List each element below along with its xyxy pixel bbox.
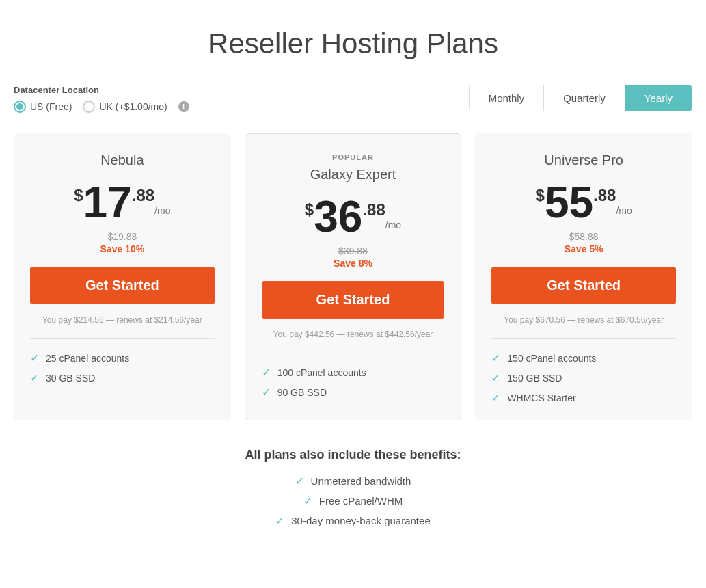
feature-text: 100 cPanel accounts: [277, 367, 366, 378]
benefit-text: Free cPanel/WHM: [319, 495, 403, 507]
check-icon: ✓: [303, 494, 312, 507]
features-list: ✓ 25 cPanel accounts ✓ 30 GB SSD: [30, 351, 215, 384]
original-price: $19.88: [30, 231, 215, 242]
feature-item: ✓ 150 GB SSD: [491, 371, 676, 384]
price-period: /mo: [385, 219, 401, 230]
save-text: Save 5%: [491, 243, 676, 254]
datacenter-section: Datacenter Location US (Free) UK (+$1.00…: [14, 85, 189, 113]
benefit-text: Unmetered bandwidth: [311, 475, 411, 487]
check-icon: ✓: [275, 514, 284, 527]
check-icon: ✓: [491, 371, 500, 384]
check-icon: ✓: [491, 351, 500, 364]
feature-item: ✓ 100 cPanel accounts: [262, 366, 445, 379]
plan-name: Galaxy Expert: [262, 167, 445, 183]
feature-text: 30 GB SSD: [46, 373, 95, 384]
tab-yearly[interactable]: Yearly: [625, 85, 692, 111]
plan-card-universe-pro: Universe Pro $ 55 .88 /mo $58.88 Save 5%…: [475, 133, 692, 420]
tab-quarterly[interactable]: Quarterly: [544, 85, 625, 111]
save-text: Save 8%: [262, 258, 445, 269]
plans-grid: Nebula $ 17 .88 /mo $19.88 Save 10% Get …: [14, 133, 692, 420]
plan-card-nebula: Nebula $ 17 .88 /mo $19.88 Save 10% Get …: [14, 133, 231, 420]
benefit-item: ✓ Unmetered bandwidth: [295, 475, 411, 487]
price-dollar: $: [305, 200, 314, 219]
features-list: ✓ 100 cPanel accounts ✓ 90 GB SSD: [262, 366, 445, 399]
price-dollar: $: [74, 186, 83, 205]
benefits-section: All plans also include these benefits: ✓…: [14, 448, 692, 527]
renew-text: You pay $670.56 — renews at $670.56/year: [491, 315, 676, 325]
price-decimal: .88: [132, 186, 154, 205]
radio-uk-label: UK (+$1.00/mo): [99, 101, 167, 112]
plan-name: Nebula: [30, 152, 215, 168]
features-list: ✓ 150 cPanel accounts ✓ 150 GB SSD ✓ WHM…: [491, 351, 676, 404]
feature-text: 150 cPanel accounts: [507, 353, 596, 364]
radio-uk[interactable]: UK (+$1.00/mo): [83, 101, 167, 113]
billing-tabs: Monthly Quarterly Yearly: [469, 85, 692, 111]
benefits-title: All plans also include these benefits:: [14, 448, 692, 462]
popular-badge: POPULAR: [262, 153, 445, 161]
check-icon: ✓: [295, 475, 304, 487]
price-dollar: $: [536, 186, 545, 205]
check-icon: ✓: [491, 391, 500, 404]
controls-row: Datacenter Location US (Free) UK (+$1.00…: [14, 85, 692, 113]
divider: [262, 353, 445, 353]
radio-uk-circle: [83, 101, 95, 113]
renew-text: You pay $214.56 — renews at $214.56/year: [30, 315, 215, 325]
check-icon: ✓: [30, 371, 39, 384]
feature-item: ✓ 25 cPanel accounts: [30, 351, 215, 364]
feature-item: ✓ 90 GB SSD: [262, 386, 445, 399]
check-icon: ✓: [30, 351, 39, 364]
feature-item: ✓ WHMCS Starter: [491, 391, 676, 404]
get-started-button[interactable]: Get Started: [30, 267, 215, 304]
original-price: $58.88: [491, 231, 676, 242]
check-icon: ✓: [262, 366, 271, 379]
price-row: $ 17 .88 /mo: [30, 181, 215, 224]
feature-text: 150 GB SSD: [507, 373, 562, 384]
divider: [491, 338, 676, 339]
benefits-list: ✓ Unmetered bandwidth ✓ Free cPanel/WHM …: [14, 475, 692, 527]
feature-item: ✓ 150 cPanel accounts: [491, 351, 676, 364]
save-text: Save 10%: [30, 243, 215, 254]
original-price: $39.88: [262, 245, 445, 256]
get-started-button[interactable]: Get Started: [491, 267, 676, 304]
price-period: /mo: [154, 205, 170, 216]
price-decimal: .88: [362, 200, 385, 219]
get-started-button[interactable]: Get Started: [262, 281, 445, 319]
radio-us-circle: [14, 101, 26, 113]
feature-text: WHMCS Starter: [507, 392, 575, 403]
benefit-item: ✓ 30-day money-back guarantee: [275, 514, 430, 527]
feature-text: 90 GB SSD: [277, 387, 327, 398]
check-icon: ✓: [262, 386, 271, 399]
feature-item: ✓ 30 GB SSD: [30, 371, 215, 384]
price-integer: 36: [314, 195, 362, 239]
radio-us-label: US (Free): [30, 101, 72, 112]
price-integer: 55: [545, 181, 593, 224]
renew-text: You pay $442.56 — renews at $442.56/year: [262, 330, 445, 339]
page-title: Reseller Hosting Plans: [14, 27, 692, 60]
datacenter-label: Datacenter Location: [14, 85, 189, 95]
feature-text: 25 cPanel accounts: [46, 353, 129, 364]
price-integer: 17: [83, 181, 132, 224]
benefit-text: 30-day money-back guarantee: [291, 515, 430, 526]
divider: [30, 338, 215, 339]
price-row: $ 55 .88 /mo: [491, 181, 676, 224]
price-decimal: .88: [593, 186, 616, 205]
plan-name: Universe Pro: [491, 152, 676, 168]
price-row: $ 36 .88 /mo: [262, 195, 445, 239]
tab-monthly[interactable]: Monthly: [470, 85, 545, 111]
benefit-item: ✓ Free cPanel/WHM: [303, 494, 403, 507]
datacenter-options: US (Free) UK (+$1.00/mo) i: [14, 101, 189, 113]
info-icon[interactable]: i: [178, 101, 189, 112]
price-period: /mo: [616, 205, 632, 216]
plan-card-galaxy-expert: POPULAR Galaxy Expert $ 36 .88 /mo $39.8…: [245, 133, 462, 420]
radio-us[interactable]: US (Free): [14, 101, 72, 113]
